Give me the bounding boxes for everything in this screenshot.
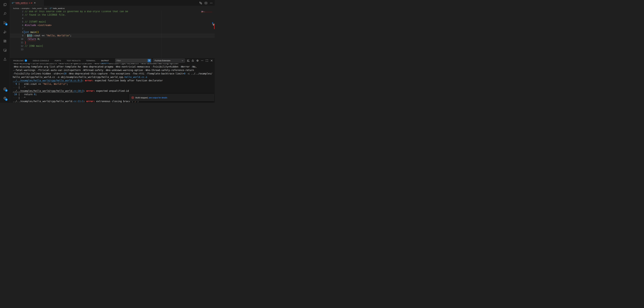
- tab-file-name: hello_world.cc: [16, 2, 28, 4]
- file-link[interactable]: hello_world.cc.o: [124, 76, 147, 78]
- code-line-10[interactable]: 10··return 0;: [10, 37, 215, 41]
- close-panel-icon[interactable]: [210, 59, 213, 62]
- code-line-9[interactable]: 9··std::cout << "Hello, World!\n";: [10, 34, 215, 37]
- extensions-icon[interactable]: [0, 36, 10, 46]
- file-link[interactable]: ../../examples/hello_world/cpp/hello_wor…: [13, 90, 74, 92]
- run-debug-icon[interactable]: [0, 28, 10, 36]
- line-number: 7: [10, 27, 24, 30]
- output-line: -Wno-missing-field-initializers -Wno-ext…: [13, 63, 215, 65]
- breadcrumb-separator: ›: [20, 7, 21, 10]
- line-number: 9: [10, 34, 24, 37]
- panel-tab-terminal[interactable]: TERMINAL: [86, 58, 96, 63]
- panel-header: PROBLEMS3DEBUG CONSOLEPORTSTEST RESULTST…: [10, 58, 215, 63]
- filter-icon[interactable]: [148, 59, 151, 62]
- file-link[interactable]: 3: [82, 90, 84, 92]
- source-control-badge: 4: [5, 23, 8, 26]
- code-line-13[interactable]: 13: [10, 48, 215, 51]
- breadcrumb-item-cpp[interactable]: cpp: [44, 7, 47, 10]
- accounts-badge: 2: [5, 89, 8, 92]
- remote-explorer-icon[interactable]: [0, 46, 10, 55]
- output-line: -Wno-missing-template-arg-list-after-tem…: [13, 65, 215, 68]
- code-line-5[interactable]: 5// [START main]: [10, 20, 215, 24]
- output-line: ··9 | ··std::cout << "Hello, World!\n";: [13, 82, 215, 86]
- testing-icon[interactable]: [0, 55, 10, 64]
- code-line-7[interactable]: 7: [10, 27, 215, 30]
- line-number: 10: [10, 37, 24, 41]
- settings-gear-icon[interactable]: ⚙ 1: [0, 94, 10, 103]
- see-output-link[interactable]: see output for details: [149, 96, 167, 99]
- more-actions-icon[interactable]: [200, 59, 204, 62]
- breadcrumb-item-file[interactable]: C++ hello_world.cc: [50, 7, 65, 10]
- line-number: 12: [10, 44, 24, 48]
- notification-message: Build stopped, see output for details: [136, 96, 167, 99]
- editor-actions: [199, 0, 213, 6]
- source-control-icon[interactable]: 4: [0, 18, 10, 28]
- modified-gutter-marker: [24, 30, 24, 34]
- file-link[interactable]: ../../examples/hello_world/cpp/hello_wor…: [13, 100, 74, 103]
- activity-bar: 4: [0, 0, 10, 103]
- indent-guide: [25, 34, 25, 44]
- search-icon[interactable]: [0, 9, 10, 18]
- line-number: 4: [10, 16, 24, 20]
- minimap[interactable]: [201, 10, 212, 14]
- panel-tab-ports[interactable]: PORTS: [55, 58, 61, 63]
- breadcrumb: fuchsia › examples › hello_world › cpp ›…: [10, 6, 215, 11]
- panel-tab-debug-console[interactable]: DEBUG CONSOLE: [33, 58, 49, 63]
- code-line-3[interactable]: 3// found in the LICENSE file.: [10, 13, 215, 16]
- file-link[interactable]: ../../examples/hello_world/cpp/hello_wor…: [13, 79, 82, 82]
- file-link[interactable]: 10: [78, 90, 81, 92]
- vscode-window: 4: [0, 0, 215, 103]
- panel-tab-problems[interactable]: PROBLEMS3: [13, 58, 27, 63]
- text-cursor: [28, 34, 28, 37]
- compare-changes-icon[interactable]: [199, 2, 202, 4]
- modified-overview-mark: [212, 22, 213, 24]
- settings-gear-icon[interactable]: ⚙: [196, 59, 199, 62]
- editor-tab-bar: C++ hello_world.cc 3, M ✕: [10, 0, 215, 6]
- output-line: -fvisibility-inlines-hidden -std=c++20 -…: [13, 72, 215, 76]
- file-link[interactable]: cc: [74, 100, 76, 103]
- code-line-6[interactable]: 6#include <iostream>: [10, 24, 215, 27]
- tab-problem-badge: 3, M: [29, 2, 32, 4]
- file-link[interactable]: :: [81, 100, 82, 103]
- tab-hello-world-cc[interactable]: C++ hello_world.cc 3, M ✕: [10, 0, 44, 6]
- code-line-8[interactable]: 8int main(): [10, 30, 215, 34]
- file-link[interactable]: :: [76, 100, 78, 103]
- unlock-icon[interactable]: [191, 59, 194, 62]
- line-number: 13: [10, 48, 24, 51]
- file-link[interactable]: 1: [82, 100, 84, 103]
- scrollbar-thumb: [213, 24, 214, 26]
- main-area: C++ hello_world.cc 3, M ✕: [10, 0, 215, 103]
- accounts-icon[interactable]: 2: [0, 84, 10, 94]
- maximize-panel-icon[interactable]: [205, 59, 208, 62]
- file-link[interactable]: cc: [74, 90, 76, 92]
- split-editor-icon[interactable]: [204, 2, 208, 4]
- code-editor[interactable]: 2// Use of this source code is governed …: [10, 6, 215, 58]
- notification-toast[interactable]: Build stopped, see output for details: [129, 94, 214, 101]
- explorer-icon[interactable]: [0, 0, 10, 9]
- more-actions-icon[interactable]: [210, 2, 213, 4]
- output-line: --fatal-warnings -ftrivial-auto-var-init…: [13, 68, 215, 72]
- chevron-down-icon: [182, 60, 184, 62]
- filter-input[interactable]: [116, 60, 148, 62]
- panel-tab-test-results[interactable]: TEST RESULTS: [67, 58, 80, 63]
- output-line: ../../examples/hello_world/cpp/hello_wor…: [13, 79, 215, 82]
- tab-close-icon[interactable]: ✕: [34, 2, 36, 4]
- file-link[interactable]: :: [76, 90, 78, 92]
- code-line-12[interactable]: 12// [END main]: [10, 44, 215, 48]
- breadcrumb-item-examples[interactable]: examples: [22, 7, 30, 10]
- problems-count-badge: 3: [24, 59, 27, 62]
- line-number: 5: [10, 20, 24, 24]
- output-line: ../../examples/hello_world/cpp/hello_wor…: [13, 89, 215, 93]
- error-overview-mark: [214, 24, 215, 29]
- file-link[interactable]: 11: [78, 100, 81, 103]
- line-number: 8: [10, 30, 24, 34]
- panel-tab-output[interactable]: OUTPUT: [101, 58, 109, 63]
- code-line-4[interactable]: 4: [10, 16, 215, 20]
- breadcrumb-item-fuchsia[interactable]: fuchsia: [13, 7, 19, 10]
- breadcrumb-item-hello-world[interactable]: hello_world: [32, 7, 42, 10]
- clear-output-icon[interactable]: [186, 59, 190, 62]
- file-link[interactable]: :: [81, 90, 82, 92]
- output-channel-select[interactable]: Fuchsia Extension: [153, 58, 185, 63]
- output-channel-value: Fuchsia Extension: [155, 60, 170, 62]
- code-line-11[interactable]: 11}: [10, 41, 215, 44]
